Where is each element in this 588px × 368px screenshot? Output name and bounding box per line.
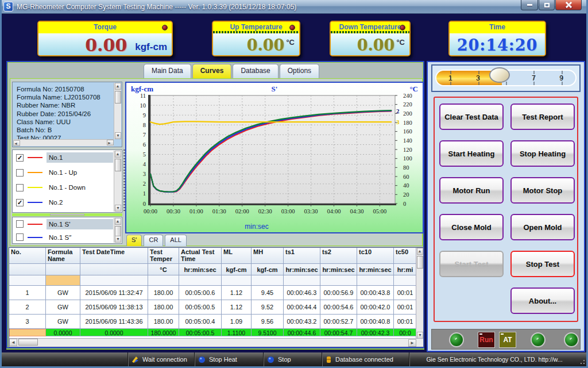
column-header[interactable]: Test Temper [148,248,179,264]
tab-database[interactable]: Database [233,64,278,78]
list-vscrollbar[interactable]: ▲▼ [114,151,121,212]
test-report-button[interactable]: Test Report [510,103,575,130]
table-cell[interactable]: 00:00:40.8 [357,315,394,329]
chart-tab-cr[interactable]: CR [144,235,163,246]
column-header[interactable]: MH [252,248,284,264]
stop-test-button[interactable]: Stop Test [510,251,575,277]
minimize-button[interactable] [521,0,538,10]
table-cell[interactable]: 00:01 [394,300,417,315]
table-cell[interactable]: GW [46,315,80,329]
scroll-up-arrow[interactable]: ▲ [417,248,423,255]
checkbox[interactable] [16,233,24,241]
table-cell[interactable]: 1.12 [222,300,252,315]
table-empty-row [9,275,417,286]
table-cell[interactable]: 00:05:00.5 [179,300,222,315]
table-cell[interactable]: 2015/06/09 11:32:47 [80,286,148,300]
up-temperature-gauge: Up Temperature 0.00 °C [212,21,300,56]
table-cell[interactable]: GW [46,300,80,315]
table-cell[interactable]: 3 [9,315,46,329]
scroll-down-arrow[interactable]: ▼ [115,132,121,139]
checkbox[interactable] [16,169,24,177]
checkbox[interactable] [16,184,24,191]
start-heating-button[interactable]: Start Heating [439,140,504,167]
slider-thumb[interactable] [489,67,510,83]
motor-stop-button[interactable]: Motor Stop [510,177,575,204]
maximize-button[interactable] [539,0,555,10]
scroll-right-arrow[interactable]: ► [107,140,114,145]
curve-list-item[interactable]: No.1 - Down [13,180,122,195]
table-cell[interactable]: 9.45 [252,286,284,300]
close-mold-button[interactable]: Close Mold [439,214,504,240]
close-button[interactable] [555,0,582,10]
table-cell[interactable]: GW [46,286,80,300]
tab-options[interactable]: Options [280,64,319,78]
list-splitter[interactable] [12,213,122,216]
table-cell[interactable]: 1.09 [222,315,252,329]
slider-tick-label: 3 [476,74,480,82]
column-header[interactable]: tc10 [357,248,394,264]
column-header[interactable]: Formula Name [46,248,80,264]
checkbox[interactable]: ✓ [16,199,24,206]
curve-list-item[interactable]: No.2 - Up [13,210,122,213]
table-cell[interactable]: 00:00:42.0 [357,300,394,315]
tab-curves[interactable]: Curves [192,64,232,78]
table-cell[interactable]: 1.12 [222,286,252,300]
table-cell[interactable]: 2015/06/09 11:38:13 [80,300,148,315]
table-cell[interactable]: 00:00:56.9 [320,286,357,300]
scroll-up-arrow[interactable]: ▲ [115,83,121,90]
scroll-right-arrow[interactable]: ► [408,339,416,347]
table-cell[interactable]: 00:00:54.6 [320,300,357,315]
table-cell[interactable]: 180.00 [148,315,179,329]
scroll-thumb[interactable] [18,339,38,346]
table-cell[interactable]: 180.00 [148,286,179,300]
column-header[interactable]: ts2 [320,248,357,264]
table-cell[interactable]: 00:00:46.3 [284,286,320,300]
formula-vscrollbar[interactable]: ▲ ▼ [114,83,121,139]
table-cell[interactable]: 00:00:52.7 [320,315,357,329]
table-cell[interactable]: 00:05:00.4 [179,315,222,329]
curve-list-item[interactable]: No.1 S″ [13,231,122,244]
column-header[interactable]: tc50 [394,248,417,264]
table-cell[interactable]: 00:01 [394,315,417,329]
table-cell[interactable]: 9.56 [252,315,284,329]
column-header[interactable]: No. [9,248,46,264]
table-cell[interactable]: 1 [9,286,46,300]
column-header[interactable]: Actual Test Time [179,248,222,264]
table-hscrollbar[interactable]: ◄ ► [9,338,424,347]
summary-cell: 00:00:54.7 [320,329,357,336]
formula-hscrollbar[interactable]: ◄ ► [13,139,114,146]
about-button[interactable]: About... [510,288,575,314]
table-cell[interactable]: 2 [9,300,46,315]
column-header[interactable]: Test DateTime [80,248,148,264]
checkbox[interactable]: ✓ [16,154,24,162]
open-mold-button[interactable]: Open Mold [510,214,575,240]
curve-list-item[interactable]: No.1 S' [13,217,122,231]
table-cell[interactable]: 00:05:00.6 [179,286,222,300]
table-cell[interactable]: 00:00:43.8 [357,286,394,300]
chart-tab-all[interactable]: ALL [165,235,187,246]
column-header[interactable]: ML [222,248,252,264]
table-cell[interactable]: 00:01 [394,286,417,300]
tab-main-data[interactable]: Main Data [144,64,191,78]
checkbox[interactable] [16,220,24,228]
scroll-left-arrow[interactable]: ◄ [9,339,17,346]
table-vscrollbar[interactable]: ▲ ▼ [416,248,423,339]
scroll-thumb[interactable] [417,256,423,269]
stop-heating-button[interactable]: Stop Heating [510,140,575,167]
curve-list-item[interactable]: ✓No.2 [13,195,122,210]
table-cell[interactable]: 00:00:43.2 [284,315,320,329]
table-cell[interactable]: 2015/06/09 11:43:36 [80,315,148,329]
list-vscrollbar[interactable]: ▲▼ [114,218,121,243]
chart-tab-s-prime[interactable]: S' [126,235,142,246]
curve-list-item[interactable]: No.1 - Up [13,165,122,180]
scroll-thumb[interactable] [115,91,121,103]
clear-test-data-button[interactable]: Clear Test Data [439,103,504,130]
table-cell[interactable]: 9.52 [252,300,284,315]
table-cell[interactable]: 180.00 [148,300,179,315]
motor-run-button[interactable]: Motor Run [439,177,504,204]
resize-grip[interactable] [579,352,586,366]
curve-list-item[interactable]: ✓No.1 [13,150,122,165]
column-header[interactable]: ts1 [284,248,320,264]
table-cell[interactable]: 00:00:44.4 [284,300,320,315]
scroll-left-arrow[interactable]: ◄ [13,140,20,146]
